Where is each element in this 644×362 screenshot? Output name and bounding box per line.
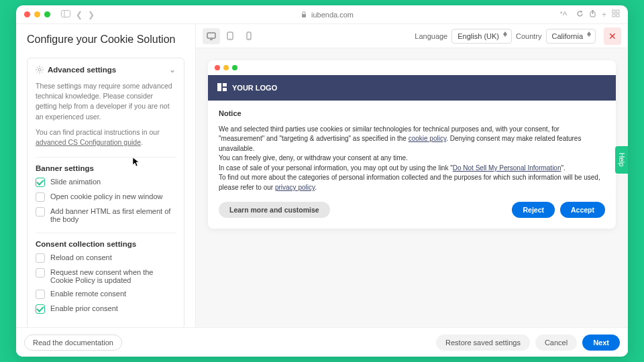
svg-rect-0 bbox=[62, 10, 70, 17]
tabs-icon[interactable] bbox=[612, 9, 620, 19]
preview-close-icon bbox=[215, 65, 220, 70]
window-controls bbox=[24, 11, 50, 17]
chevron-down-icon: ⌄ bbox=[169, 65, 176, 74]
checkbox-open-policy-new-window[interactable]: Open cookie policy in new window bbox=[36, 192, 176, 202]
device-tablet-button[interactable] bbox=[221, 28, 239, 44]
advanced-settings-desc2: You can find practical instructions in o… bbox=[36, 127, 176, 147]
svg-line-16 bbox=[37, 72, 38, 72]
checkbox-icon bbox=[36, 192, 45, 202]
checkbox-icon bbox=[36, 268, 45, 278]
close-window-icon[interactable] bbox=[24, 11, 30, 17]
language-label: Language bbox=[415, 32, 447, 40]
checkbox-icon bbox=[36, 304, 45, 314]
device-mobile-button[interactable] bbox=[240, 28, 258, 44]
checkbox-icon bbox=[36, 253, 45, 263]
banner-header: YOUR LOGO bbox=[208, 75, 616, 101]
checkbox-label: Reload on consent bbox=[50, 253, 112, 261]
address-text: iubenda.com bbox=[311, 11, 354, 19]
gear-icon bbox=[36, 66, 44, 74]
address-bar[interactable]: iubenda.com bbox=[100, 11, 555, 19]
checkbox-enable-remote-consent[interactable]: Enable remote consent bbox=[36, 290, 176, 299]
preview-minimize-icon bbox=[223, 65, 229, 70]
learn-more-button[interactable]: Learn more and customise bbox=[219, 202, 330, 218]
svg-rect-5 bbox=[612, 10, 615, 13]
back-icon[interactable]: ❮ bbox=[76, 10, 83, 19]
notice-paragraph-3: In case of sale of your personal informa… bbox=[219, 164, 605, 174]
svg-rect-2 bbox=[302, 14, 306, 17]
country-select[interactable]: California bbox=[546, 29, 596, 44]
banner-buttons: Learn more and customise Reject Accept bbox=[219, 202, 605, 218]
cs-config-guide-link[interactable]: advanced CS Configuration guide bbox=[36, 138, 141, 146]
desc2-post: . bbox=[141, 138, 143, 146]
checkbox-label: Add banner HTML as first element of the … bbox=[50, 207, 176, 223]
do-not-sell-link[interactable]: Do Not Sell My Personal Information bbox=[453, 164, 561, 172]
preview-area: YOUR LOGO Notice We and selected third p… bbox=[196, 48, 628, 327]
checkbox-label: Enable remote consent bbox=[50, 290, 126, 298]
notice-paragraph-4: To find out more about the categories of… bbox=[219, 173, 605, 192]
checkbox-banner-html-first[interactable]: Add banner HTML as first element of the … bbox=[36, 207, 176, 223]
advanced-settings-panel: Advanced settings ⌄ These settings may r… bbox=[27, 58, 184, 327]
cookie-policy-link[interactable]: cookie policy bbox=[409, 135, 447, 142]
advanced-settings-header[interactable]: Advanced settings ⌄ bbox=[36, 65, 176, 74]
preview-window: YOUR LOGO Notice We and selected third p… bbox=[208, 60, 616, 229]
p3-post: ". bbox=[561, 164, 565, 172]
checkbox-label: Request new consent when the Cookie Poli… bbox=[50, 268, 176, 284]
content-area: Configure your Cookie Solution Advanced … bbox=[16, 24, 628, 327]
svg-rect-26 bbox=[223, 88, 227, 91]
config-sidebar: Configure your Cookie Solution Advanced … bbox=[16, 24, 196, 327]
notice-paragraph-1: We and selected third parties use cookie… bbox=[219, 125, 605, 154]
country-label: Country bbox=[516, 32, 542, 40]
cancel-button[interactable]: Cancel bbox=[535, 335, 577, 351]
svg-line-17 bbox=[42, 67, 42, 68]
page-title: Configure your Cookie Solution bbox=[27, 34, 184, 46]
preview-window-chrome bbox=[208, 60, 616, 75]
logo-icon bbox=[217, 83, 227, 93]
accept-button[interactable]: Accept bbox=[560, 202, 605, 218]
new-tab-icon[interactable]: + bbox=[602, 10, 606, 19]
checkbox-icon bbox=[36, 207, 45, 217]
reject-button[interactable]: Reject bbox=[512, 202, 555, 218]
device-desktop-button[interactable] bbox=[203, 28, 220, 44]
lock-icon bbox=[301, 11, 309, 19]
help-tab[interactable]: Help bbox=[615, 146, 628, 174]
checkbox-icon bbox=[36, 290, 45, 299]
reload-icon[interactable] bbox=[576, 10, 584, 19]
close-preview-button[interactable]: ✕ bbox=[604, 27, 621, 45]
svg-rect-7 bbox=[612, 14, 615, 17]
advanced-settings-desc1: These settings may require some advanced… bbox=[36, 81, 176, 122]
preview-maximize-icon bbox=[232, 65, 237, 70]
restore-button[interactable]: Restore saved settings bbox=[436, 335, 530, 351]
svg-line-14 bbox=[37, 67, 38, 68]
consent-settings-title: Consent collection settings bbox=[36, 240, 176, 248]
next-button[interactable]: Next bbox=[582, 335, 620, 351]
svg-rect-8 bbox=[616, 14, 619, 17]
banner-settings-title: Banner settings bbox=[36, 164, 176, 172]
svg-point-21 bbox=[229, 38, 230, 39]
forward-icon[interactable]: ❯ bbox=[88, 10, 95, 19]
sidebar-toggle-icon[interactable] bbox=[61, 10, 70, 19]
device-selector bbox=[203, 28, 258, 44]
translate-icon[interactable]: ᵃA bbox=[560, 9, 571, 19]
checkbox-enable-prior-consent[interactable]: Enable prior consent bbox=[36, 304, 176, 314]
notice-body: Notice We and selected third parties use… bbox=[208, 101, 616, 229]
share-icon[interactable] bbox=[589, 9, 596, 19]
minimize-window-icon[interactable] bbox=[34, 11, 40, 17]
p4-post: . bbox=[315, 184, 317, 191]
read-docs-button[interactable]: Read the documentation bbox=[24, 335, 122, 351]
browser-chrome: ❮ ❯ iubenda.com ᵃA + bbox=[16, 5, 628, 24]
checkbox-slide-animation[interactable]: Slide animation bbox=[36, 178, 176, 187]
checkbox-label: Open cookie policy in new window bbox=[50, 192, 163, 200]
maximize-window-icon[interactable] bbox=[44, 11, 50, 17]
svg-point-9 bbox=[38, 68, 41, 71]
privacy-policy-link[interactable]: privacy policy bbox=[275, 184, 315, 191]
checkbox-request-new-consent[interactable]: Request new consent when the Cookie Poli… bbox=[36, 268, 176, 284]
country-selector-group: Country California bbox=[516, 29, 596, 44]
svg-line-15 bbox=[42, 72, 42, 72]
language-select[interactable]: English (UK) bbox=[451, 29, 512, 44]
checkbox-label: Slide animation bbox=[50, 178, 101, 186]
desc2-pre: You can find practical instructions in o… bbox=[36, 128, 160, 136]
p3-pre: In case of sale of your personal informa… bbox=[219, 164, 453, 172]
notice-paragraph-2: You can freely give, deny, or withdraw y… bbox=[219, 154, 605, 164]
checkbox-reload-on-consent[interactable]: Reload on consent bbox=[36, 253, 176, 263]
preview-panel: Language English (UK) Country California… bbox=[196, 24, 628, 327]
